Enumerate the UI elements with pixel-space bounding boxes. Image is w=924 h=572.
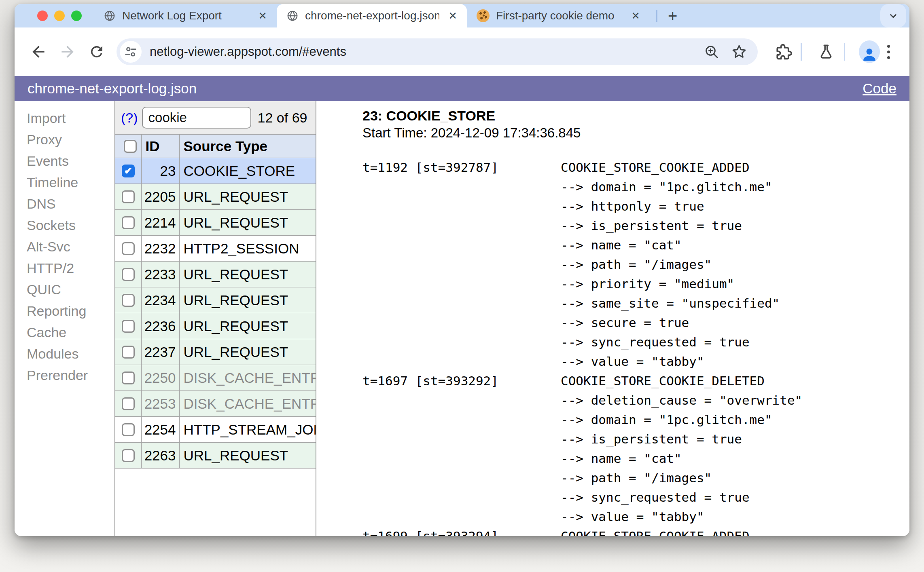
- row-checkbox[interactable]: [122, 216, 135, 229]
- log-line: --> value = "tabby": [362, 352, 909, 371]
- event-row[interactable]: 2236 URL_REQUEST: [115, 313, 316, 339]
- row-checkbox[interactable]: [122, 242, 135, 255]
- tab-first-party-cookie-demo[interactable]: First-party cookie demo ✕: [467, 4, 650, 27]
- sidebar-item[interactable]: HTTP/2: [15, 258, 114, 279]
- log-timestamp: [362, 468, 561, 488]
- event-id: 2233: [141, 262, 179, 287]
- log-line: --> sync_requested = true: [362, 332, 909, 352]
- row-checkbox[interactable]: [122, 320, 135, 333]
- event-row[interactable]: 2233 URL_REQUEST: [115, 262, 316, 287]
- fullscreen-window-button[interactable]: [71, 11, 82, 21]
- event-row[interactable]: 2253 DISK_CACHE_ENTRY: [115, 391, 316, 417]
- sidebar-item[interactable]: Modules: [15, 343, 114, 365]
- sidebar-item[interactable]: QUIC: [15, 279, 114, 300]
- cookie-icon: [477, 9, 490, 22]
- log-line: --> is_persistent = true: [362, 216, 909, 235]
- row-checkbox[interactable]: [122, 268, 135, 281]
- event-row[interactable]: 2250 DISK_CACHE_ENTRY: [115, 365, 316, 391]
- zoom-button[interactable]: [701, 41, 722, 62]
- sidebar-item[interactable]: Prerender: [15, 365, 114, 386]
- row-checkbox[interactable]: [122, 423, 135, 436]
- event-row[interactable]: 2232 HTTP2_SESSION: [115, 236, 316, 262]
- avatar: [859, 40, 880, 63]
- row-checkbox[interactable]: ✔: [122, 165, 135, 177]
- tab-network-log-export[interactable]: Network Log Export ✕: [94, 4, 277, 27]
- event-id: 2237: [141, 339, 179, 365]
- event-row[interactable]: 2237 URL_REQUEST: [115, 339, 316, 365]
- log-text: --> sync_requested = true: [561, 332, 750, 352]
- log-text: --> path = "/images": [561, 255, 712, 274]
- event-row[interactable]: ✔ 23 COOKIE_STORE: [115, 158, 316, 184]
- event-row[interactable]: 2263 URL_REQUEST: [115, 443, 316, 469]
- flask-icon: [818, 43, 835, 60]
- browser-menu-button[interactable]: [880, 45, 897, 59]
- event-row[interactable]: 2214 URL_REQUEST: [115, 210, 316, 236]
- filter-help-link[interactable]: (?): [121, 110, 138, 126]
- event-row[interactable]: 2254 HTTP_STREAM_JOB: [115, 417, 316, 443]
- event-row[interactable]: 2234 URL_REQUEST: [115, 287, 316, 313]
- close-tab-icon[interactable]: ✕: [256, 10, 269, 22]
- row-checkbox[interactable]: [122, 346, 135, 359]
- log-line: --> same_site = "unspecified": [362, 293, 909, 313]
- row-checkbox[interactable]: [122, 294, 135, 307]
- magnifier-plus-icon: [704, 44, 720, 60]
- event-row[interactable]: 2205 URL_REQUEST: [115, 184, 316, 210]
- sidebar-item[interactable]: Sockets: [15, 215, 114, 236]
- log-text: --> sync_requested = true: [561, 488, 750, 507]
- tab-chrome-net-export-log[interactable]: chrome-net-export-log.json - ✕: [277, 4, 467, 27]
- log-timestamp: [362, 216, 561, 235]
- event-source-type: URL_REQUEST: [179, 287, 316, 313]
- column-header-source-type[interactable]: Source Type: [179, 135, 316, 158]
- site-settings-button[interactable]: [120, 41, 142, 63]
- log-line: --> name = "cat": [362, 235, 909, 255]
- sidebar-item[interactable]: Alt-Svc: [15, 236, 114, 258]
- profile-button[interactable]: [859, 41, 880, 62]
- log-text: COOKIE_STORE_COOKIE_ADDED: [561, 158, 750, 177]
- forward-arrow-icon: [59, 43, 76, 61]
- bookmark-button[interactable]: [729, 41, 750, 62]
- browser-window: Network Log Export ✕ chrome-net-export-l…: [15, 4, 909, 536]
- close-window-button[interactable]: [37, 11, 48, 21]
- close-tab-icon[interactable]: ✕: [446, 10, 460, 22]
- forward-button[interactable]: [56, 40, 79, 63]
- address-bar[interactable]: netlog-viewer.appspot.com/#events: [117, 38, 758, 65]
- row-checkbox[interactable]: [122, 190, 135, 203]
- tab-search-button[interactable]: [880, 4, 906, 27]
- log-text: --> is_persistent = true: [561, 429, 742, 449]
- sidebar-item[interactable]: Reporting: [15, 300, 114, 322]
- globe-icon: [104, 10, 116, 22]
- sidebar-item[interactable]: Proxy: [15, 129, 114, 150]
- experiments-button[interactable]: [816, 41, 837, 62]
- new-tab-button[interactable]: +: [664, 4, 681, 27]
- close-tab-icon[interactable]: ✕: [629, 10, 642, 22]
- tab-divider: [656, 10, 657, 22]
- event-id: 23: [141, 158, 179, 184]
- select-all-checkbox[interactable]: [124, 140, 137, 153]
- row-checkbox[interactable]: [122, 449, 135, 462]
- row-checkbox[interactable]: [122, 371, 135, 384]
- sidebar-item[interactable]: Import: [15, 108, 114, 129]
- log-text: --> domain = "1pc.glitch.me": [561, 177, 772, 196]
- sidebar-item[interactable]: Cache: [15, 322, 114, 343]
- chevron-down-icon: [887, 10, 899, 22]
- url-text[interactable]: netlog-viewer.appspot.com/#events: [150, 44, 695, 59]
- extensions-button[interactable]: [772, 41, 793, 62]
- sidebar-item[interactable]: Timeline: [15, 172, 114, 193]
- sidebar-item[interactable]: Events: [15, 150, 114, 172]
- log-line: --> is_persistent = true: [362, 429, 909, 449]
- log-line: --> secure = true: [362, 313, 909, 332]
- back-button[interactable]: [27, 40, 50, 63]
- reload-button[interactable]: [85, 40, 108, 63]
- row-checkbox[interactable]: [122, 397, 135, 410]
- event-source-type: URL_REQUEST: [179, 210, 316, 236]
- column-header-id[interactable]: ID: [141, 135, 179, 158]
- puzzle-icon: [774, 43, 792, 61]
- event-source-type: URL_REQUEST: [179, 339, 316, 365]
- log-timestamp: [362, 352, 561, 371]
- code-link[interactable]: Code: [863, 80, 896, 97]
- filter-input[interactable]: [142, 107, 251, 129]
- sidebar-item[interactable]: DNS: [15, 193, 114, 215]
- log-timestamp: [362, 177, 561, 196]
- minimize-window-button[interactable]: [54, 11, 65, 21]
- app-header: chrome-net-export-log.json Code: [15, 76, 909, 101]
